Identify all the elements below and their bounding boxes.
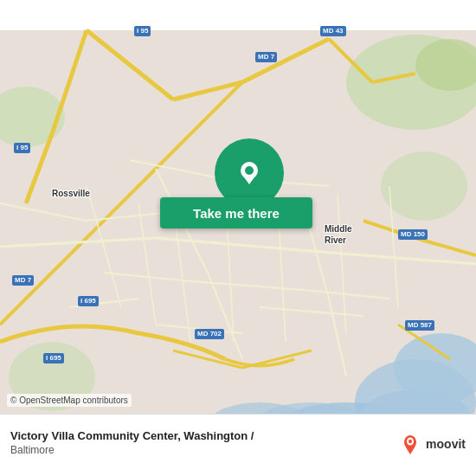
moovit-logo-icon <box>398 432 422 456</box>
bottom-info-bar: Victory Villa Community Center, Washingt… <box>0 414 476 476</box>
svg-point-4 <box>381 151 467 221</box>
moovit-brand-name: moovit <box>426 437 466 451</box>
location-name: Victory Villa Community Center, Washingt… <box>10 429 389 444</box>
svg-marker-53 <box>242 175 256 184</box>
location-subtitle: Baltimore <box>10 444 389 458</box>
svg-point-52 <box>245 166 254 175</box>
take-me-there-button[interactable]: Take me there <box>160 197 312 228</box>
location-pin-icon <box>232 156 267 190</box>
svg-point-57 <box>408 439 412 442</box>
moovit-logo: moovit <box>398 432 466 456</box>
location-info: Victory Villa Community Center, Washingt… <box>10 429 389 457</box>
map-container: I 95 MD 43 MD 7 I 95 MD 150 MD 7 I 695 M… <box>0 0 476 476</box>
copyright-text: © OpenStreetMap contributors <box>7 394 132 407</box>
